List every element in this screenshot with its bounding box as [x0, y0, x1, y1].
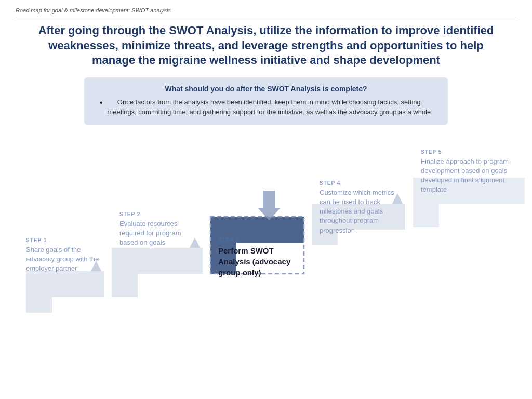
- info-box-bullet: • Once factors from the analysis have be…: [100, 97, 432, 117]
- svg-marker-0: [26, 271, 104, 313]
- svg-marker-2: [112, 248, 203, 297]
- step5-block: STEP 5 Finalize approach to program deve…: [421, 149, 522, 195]
- step2-block: STEP 2 Evaluate resources required for p…: [119, 211, 197, 248]
- step5-label: STEP 5: [421, 149, 522, 155]
- svg-marker-5: [258, 191, 281, 220]
- breadcrumb-bar: Road map for goal & milestone developmen…: [16, 5, 516, 17]
- step2-content: Evaluate resources required for program …: [119, 219, 197, 248]
- step3-content: Perform SWOT Analysis (advocacy group on…: [218, 245, 304, 278]
- step1-content: Share goals of the advocacy group with t…: [26, 245, 107, 274]
- step4-content: Customize which metrics can be used to t…: [320, 188, 405, 235]
- steps-area: STEP 1 Share goals of the advocacy group…: [16, 136, 516, 328]
- step3-block: STEP 3 Perform SWOT Analysis (advocacy g…: [218, 237, 304, 278]
- step1-block: STEP 1 Share goals of the advocacy group…: [26, 237, 107, 274]
- info-box-text: Once factors from the analysis have been…: [106, 97, 432, 117]
- step4-label: STEP 4: [320, 180, 405, 186]
- breadcrumb: Road map for goal & milestone developmen…: [16, 7, 171, 14]
- step1-label: STEP 1: [26, 237, 107, 243]
- step2-label: STEP 2: [119, 211, 197, 217]
- bullet-dot: •: [100, 98, 103, 108]
- info-box: What should you do after the SWOT Analys…: [84, 77, 448, 125]
- step5-content: Finalize approach to program development…: [421, 157, 522, 195]
- page-wrapper: Road map for goal & milestone developmen…: [0, 0, 532, 399]
- info-box-title: What should you do after the SWOT Analys…: [100, 85, 432, 93]
- step4-block: STEP 4 Customize which metrics can be us…: [320, 180, 405, 235]
- main-title: After going through the SWOT Analysis, u…: [16, 23, 516, 68]
- step3-label: STEP 3: [218, 237, 304, 243]
